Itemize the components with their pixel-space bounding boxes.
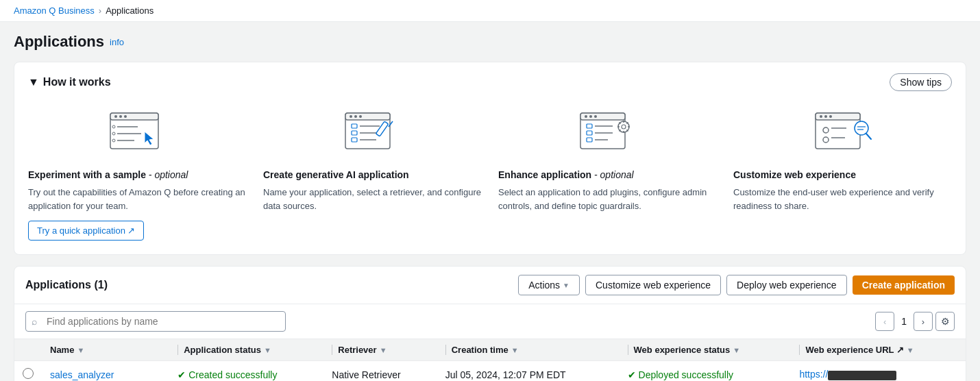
svg-line-56 [866,134,871,139]
svg-point-2 [114,115,117,118]
sort-weburl-icon: ▼ [907,346,914,354]
how-it-works-header: ▼ How it works Show tips [28,73,952,91]
svg-rect-30 [587,124,592,128]
sort-retriever-icon: ▼ [380,346,387,354]
svg-rect-21 [352,138,357,142]
row-retriever-cell: Native Retriever [323,361,437,382]
svg-point-14 [350,115,352,118]
svg-point-27 [585,115,587,118]
try-quick-app-button[interactable]: Try a quick application ↗ [28,221,144,241]
svg-point-29 [594,115,597,118]
step-enhance: Enhance application - optional Select an… [498,105,717,241]
sort-webstatus-icon: ▼ [733,346,740,354]
col-creation-header[interactable]: Creation time ▼ [437,339,620,361]
how-it-works-title: ▼ How it works [28,76,111,88]
app-status-success: ✔ Created successfully [177,369,315,380]
svg-point-48 [820,115,822,118]
step2-title: Create generative AI application [263,169,482,180]
svg-point-55 [855,121,868,135]
header-actions: Actions ▼ Customize web experience Deplo… [518,275,955,295]
applications-table: Name ▼ Application status ▼ Retriever [14,339,966,381]
svg-rect-1 [110,113,158,120]
actions-dropdown-icon: ▼ [563,282,569,289]
row-radio[interactable] [23,368,34,379]
how-it-works-label: How it works [43,76,111,88]
breadcrumb-current: Applications [106,5,154,16]
collapse-icon: ▼ [28,76,39,88]
svg-rect-17 [352,124,357,128]
step2-desc: Name your application, select a retrieve… [263,186,482,212]
apps-panel-header: Applications (1) Actions ▼ Customize web… [14,267,966,304]
web-url-link[interactable]: https:// [799,369,896,380]
col-checkbox-header [14,339,42,361]
step4-desc: Customize the end-user web experience an… [733,186,952,212]
col-webstatus-header[interactable]: Web experience status ▼ [620,339,792,361]
table-header-row: Name ▼ Application status ▼ Retriever [14,339,966,361]
apps-panel-title: Applications (1) [25,279,108,291]
steps-row: Experiment with a sample - optional Try … [28,105,952,241]
how-it-works-panel: ▼ How it works Show tips [14,62,966,255]
svg-point-37 [622,125,626,129]
customize-web-experience-button[interactable]: Customize web experience [585,275,721,295]
search-input[interactable] [25,311,286,332]
breadcrumb-separator: › [99,5,101,16]
step2-icon [263,105,482,160]
svg-point-15 [354,115,357,118]
step3-desc: Select an application to add plugins, co… [498,186,717,212]
step1-desc: Try out the capabilities of Amazon Q bef… [28,186,247,212]
prev-page-button[interactable]: ‹ [875,312,894,331]
web-check-circle-icon: ✔ [628,369,636,380]
app-name-link[interactable]: sales_analyzer [50,369,114,380]
svg-rect-34 [587,138,592,142]
breadcrumb: Amazon Q Business › Applications [0,0,980,22]
sort-creation-icon: ▼ [511,346,519,354]
sort-status-icon: ▼ [264,346,271,354]
applications-panel: Applications (1) Actions ▼ Customize web… [14,266,966,381]
step-create: Create generative AI application Name yo… [263,105,482,241]
search-icon: ⌕ [32,316,37,327]
web-status-success: ✔ Deployed successfully [628,369,783,380]
row-status-cell: ✔ Created successfully [169,361,323,382]
breadcrumb-parent-link[interactable]: Amazon Q Business [14,5,95,16]
sort-name-icon: ▼ [77,346,84,354]
page-title-row: Applications info [14,33,966,51]
svg-point-51 [823,127,829,133]
show-tips-button[interactable]: Show tips [890,73,952,91]
row-creation-cell: Jul 05, 2024, 12:07 PM EDT [437,361,620,382]
table-settings-button[interactable]: ⚙ [935,312,955,331]
search-row: ⌕ ‹ 1 › ⚙ [14,304,966,339]
svg-point-4 [124,115,127,118]
check-circle-icon: ✔ [177,369,186,380]
step1-title: Experiment with a sample - optional [28,169,247,180]
row-name-cell: sales_analyzer [42,361,169,382]
svg-point-3 [119,115,122,118]
step4-title: Customize web experience [733,169,952,180]
next-page-button[interactable]: › [914,312,933,331]
row-checkbox-cell[interactable] [14,361,42,382]
col-name-header[interactable]: Name ▼ [42,339,169,361]
col-status-header[interactable]: Application status ▼ [169,339,323,361]
row-webstatus-cell: ✔ Deployed successfully [620,361,792,382]
step-customize: Customize web experience Customize the e… [733,105,952,241]
svg-point-49 [824,115,827,118]
svg-point-16 [359,115,362,118]
step3-icon [498,105,717,160]
actions-button[interactable]: Actions ▼ [518,275,580,295]
search-input-wrap: ⌕ [25,311,286,332]
page-number: 1 [897,316,911,327]
page-title: Applications [14,33,104,51]
deploy-web-experience-button[interactable]: Deploy web experience [726,275,847,295]
step1-icon [28,105,247,160]
row-weburl-cell: https:// [791,361,966,382]
pagination: ‹ 1 › ⚙ [875,312,955,331]
col-weburl-header[interactable]: Web experience URL ↗ ▼ [791,339,966,361]
info-link[interactable]: info [110,37,124,47]
step-experiment: Experiment with a sample - optional Try … [28,105,247,241]
table-row: sales_analyzer ✔ Created successfully Na… [14,361,966,382]
step4-icon [733,105,952,160]
col-retriever-header[interactable]: Retriever ▼ [323,339,437,361]
step3-title: Enhance application - optional [498,169,717,180]
svg-rect-32 [587,131,592,135]
svg-point-50 [829,115,832,118]
create-application-button[interactable]: Create application [853,275,955,295]
